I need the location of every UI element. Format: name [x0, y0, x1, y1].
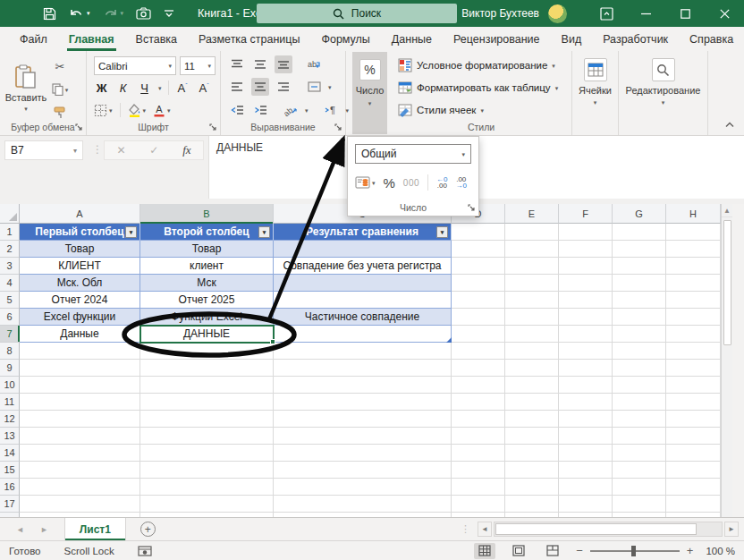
borders-button[interactable]: ▾ — [94, 104, 113, 117]
cell-B6[interactable]: Функции Excel — [140, 309, 274, 326]
tab-page-layout[interactable]: Разметка страницы — [188, 27, 310, 51]
page-break-view-button[interactable] — [542, 543, 563, 559]
cell-E15[interactable] — [505, 462, 559, 479]
number-group-button[interactable]: % Число ▾ — [352, 52, 387, 134]
column-header-G[interactable]: G — [613, 204, 666, 224]
redo-button[interactable]: ▾ — [103, 7, 124, 21]
cell-styles-button[interactable]: Стили ячеек ▾ — [391, 100, 571, 120]
tab-file[interactable]: Файл — [9, 27, 58, 51]
cell-B12[interactable] — [140, 411, 274, 428]
sheet-next-icon[interactable]: ► — [40, 525, 48, 534]
cell-F7[interactable] — [559, 326, 613, 343]
cell-A2[interactable]: Товар — [20, 241, 140, 258]
filter-dropdown-icon[interactable]: ▾ — [125, 226, 137, 238]
cell-F4[interactable] — [559, 275, 613, 292]
cell-A6[interactable]: Excel функции — [20, 309, 140, 326]
format-painter-button[interactable] — [50, 103, 70, 123]
paste-button[interactable]: Вставить ▾ — [5, 55, 46, 121]
name-box[interactable]: B7 ▾ — [4, 140, 83, 160]
cut-button[interactable]: ✂ — [50, 56, 70, 76]
column-header-E[interactable]: E — [505, 204, 559, 224]
cell-C15[interactable] — [274, 462, 452, 479]
underline-button[interactable]: Ч — [137, 81, 152, 95]
cell-B17[interactable] — [140, 496, 274, 513]
cell-B11[interactable] — [140, 394, 274, 411]
cell-F11[interactable] — [559, 394, 613, 411]
cell-G7[interactable] — [613, 326, 666, 343]
vertical-scrollbar[interactable]: ▲ — [721, 204, 732, 517]
cell-D15[interactable] — [452, 462, 505, 479]
cell-C16[interactable] — [274, 479, 452, 496]
cell-D17[interactable] — [452, 496, 505, 513]
cell-C9[interactable] — [274, 360, 452, 377]
row-header-10[interactable]: 10 — [0, 377, 20, 394]
cell-B13[interactable] — [140, 428, 274, 445]
cell-B1[interactable]: Второй столбец▾ — [140, 224, 274, 241]
cell-F6[interactable] — [559, 309, 613, 326]
cell-E17[interactable] — [505, 496, 559, 513]
cell-G4[interactable] — [613, 275, 666, 292]
decrease-indent-button[interactable] — [228, 101, 246, 119]
align-right-button[interactable] — [275, 78, 292, 96]
cell-B2[interactable]: Товар — [140, 241, 274, 258]
tab-splitter-icon[interactable]: ⋮ — [461, 523, 470, 535]
row-header-7[interactable]: 7 — [0, 326, 20, 343]
cell-D5[interactable] — [452, 292, 505, 309]
cell-H6[interactable] — [666, 309, 721, 326]
cell-C12[interactable] — [274, 411, 452, 428]
conditional-formatting-button[interactable]: Условное форматирование ▾ — [391, 55, 571, 75]
italic-button[interactable]: К — [115, 81, 131, 95]
tab-view[interactable]: Вид — [551, 27, 593, 51]
cell-H15[interactable] — [666, 462, 721, 479]
number-format-select[interactable]: Общий ▾ — [355, 144, 471, 164]
minimize-button[interactable] — [626, 0, 665, 27]
select-all-corner[interactable] — [0, 204, 20, 224]
cell-A3[interactable]: КЛИЕНТ — [20, 258, 140, 275]
cell-E11[interactable] — [505, 394, 559, 411]
cell-F8[interactable] — [559, 343, 613, 360]
cell-B5[interactable]: Отчет 2025 — [140, 292, 274, 309]
cell-G2[interactable] — [613, 241, 666, 258]
grow-font-button[interactable]: Аˆ — [175, 81, 190, 95]
column-header-H[interactable]: H — [666, 204, 721, 224]
maximize-button[interactable] — [665, 0, 705, 27]
cell-B7[interactable]: ДАННЫЕ — [140, 326, 274, 343]
cell-C7[interactable] — [274, 326, 452, 343]
cell-A13[interactable] — [20, 428, 140, 445]
cell-H1[interactable] — [666, 224, 721, 241]
format-as-table-button[interactable]: Форматировать как таблицу ▾ — [391, 78, 571, 98]
cell-H17[interactable] — [666, 496, 721, 513]
row-header-12[interactable]: 12 — [0, 411, 20, 428]
tab-review[interactable]: Рецензирование — [443, 27, 551, 51]
cell-A5[interactable]: Отчет 2024 — [20, 292, 140, 309]
cell-G8[interactable] — [613, 343, 666, 360]
comma-style-button[interactable]: 000 — [403, 178, 419, 188]
cell-H13[interactable] — [666, 428, 721, 445]
cell-D1[interactable] — [452, 224, 505, 241]
cell-H2[interactable] — [666, 241, 721, 258]
cell-D10[interactable] — [452, 377, 505, 394]
cell-D14[interactable] — [452, 445, 505, 462]
sheet-prev-icon[interactable]: ◄ — [16, 525, 24, 534]
zoom-slider[interactable] — [590, 550, 680, 552]
cell-C3[interactable]: Совпадение без учета регистра — [274, 258, 452, 275]
normal-view-button[interactable] — [474, 543, 495, 559]
cell-D7[interactable] — [452, 326, 505, 343]
cell-D12[interactable] — [452, 411, 505, 428]
cell-A7[interactable]: Данные — [20, 326, 140, 343]
cell-A17[interactable] — [20, 496, 140, 513]
cell-G17[interactable] — [613, 496, 666, 513]
cell-F1[interactable] — [559, 224, 613, 241]
cell-C8[interactable] — [274, 343, 452, 360]
cell-E2[interactable] — [505, 241, 559, 258]
cell-G14[interactable] — [613, 445, 666, 462]
row-header-15[interactable]: 15 — [0, 462, 20, 479]
cell-G5[interactable] — [613, 292, 666, 309]
vertical-scroll-thumb[interactable] — [723, 220, 731, 345]
merge-center-button[interactable] — [305, 78, 323, 96]
cell-E8[interactable] — [505, 343, 559, 360]
cell-E10[interactable] — [505, 377, 559, 394]
tab-data[interactable]: Данные — [381, 27, 443, 51]
cell-F17[interactable] — [559, 496, 613, 513]
cell-H10[interactable] — [666, 377, 721, 394]
